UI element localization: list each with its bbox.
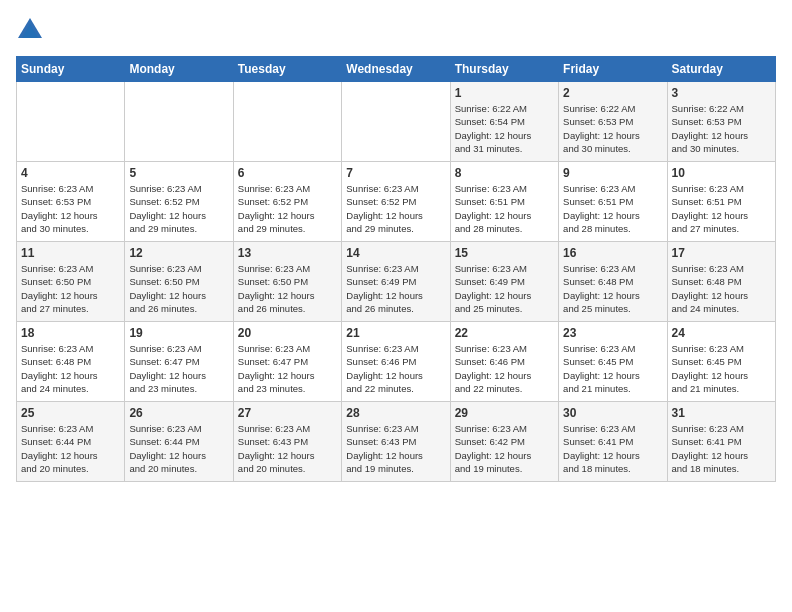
header-sunday: Sunday bbox=[17, 57, 125, 82]
day-info: Sunrise: 6:23 AMSunset: 6:41 PMDaylight:… bbox=[672, 422, 771, 475]
day-number: 20 bbox=[238, 326, 337, 340]
day-number: 14 bbox=[346, 246, 445, 260]
header-tuesday: Tuesday bbox=[233, 57, 341, 82]
day-info: Sunrise: 6:23 AMSunset: 6:49 PMDaylight:… bbox=[455, 262, 554, 315]
header-thursday: Thursday bbox=[450, 57, 558, 82]
day-number: 9 bbox=[563, 166, 662, 180]
day-info: Sunrise: 6:23 AMSunset: 6:42 PMDaylight:… bbox=[455, 422, 554, 475]
day-info: Sunrise: 6:23 AMSunset: 6:53 PMDaylight:… bbox=[21, 182, 120, 235]
week-row-5: 25Sunrise: 6:23 AMSunset: 6:44 PMDayligh… bbox=[17, 402, 776, 482]
calendar-cell-w1-d5: 1Sunrise: 6:22 AMSunset: 6:54 PMDaylight… bbox=[450, 82, 558, 162]
day-number: 11 bbox=[21, 246, 120, 260]
day-number: 25 bbox=[21, 406, 120, 420]
calendar-cell-w1-d3 bbox=[233, 82, 341, 162]
calendar-cell-w2-d3: 6Sunrise: 6:23 AMSunset: 6:52 PMDaylight… bbox=[233, 162, 341, 242]
calendar-cell-w2-d4: 7Sunrise: 6:23 AMSunset: 6:52 PMDaylight… bbox=[342, 162, 450, 242]
calendar-cell-w1-d6: 2Sunrise: 6:22 AMSunset: 6:53 PMDaylight… bbox=[559, 82, 667, 162]
day-info: Sunrise: 6:23 AMSunset: 6:47 PMDaylight:… bbox=[129, 342, 228, 395]
header-monday: Monday bbox=[125, 57, 233, 82]
day-info: Sunrise: 6:23 AMSunset: 6:52 PMDaylight:… bbox=[346, 182, 445, 235]
day-info: Sunrise: 6:23 AMSunset: 6:45 PMDaylight:… bbox=[672, 342, 771, 395]
day-info: Sunrise: 6:23 AMSunset: 6:44 PMDaylight:… bbox=[129, 422, 228, 475]
calendar-cell-w3-d5: 15Sunrise: 6:23 AMSunset: 6:49 PMDayligh… bbox=[450, 242, 558, 322]
day-info: Sunrise: 6:23 AMSunset: 6:50 PMDaylight:… bbox=[21, 262, 120, 315]
calendar-cell-w4-d5: 22Sunrise: 6:23 AMSunset: 6:46 PMDayligh… bbox=[450, 322, 558, 402]
week-row-4: 18Sunrise: 6:23 AMSunset: 6:48 PMDayligh… bbox=[17, 322, 776, 402]
day-number: 27 bbox=[238, 406, 337, 420]
calendar-cell-w4-d7: 24Sunrise: 6:23 AMSunset: 6:45 PMDayligh… bbox=[667, 322, 775, 402]
day-number: 13 bbox=[238, 246, 337, 260]
calendar-body: 1Sunrise: 6:22 AMSunset: 6:54 PMDaylight… bbox=[17, 82, 776, 482]
day-info: Sunrise: 6:23 AMSunset: 6:47 PMDaylight:… bbox=[238, 342, 337, 395]
day-info: Sunrise: 6:23 AMSunset: 6:52 PMDaylight:… bbox=[238, 182, 337, 235]
day-number: 6 bbox=[238, 166, 337, 180]
day-number: 2 bbox=[563, 86, 662, 100]
day-info: Sunrise: 6:23 AMSunset: 6:46 PMDaylight:… bbox=[346, 342, 445, 395]
header-saturday: Saturday bbox=[667, 57, 775, 82]
day-number: 4 bbox=[21, 166, 120, 180]
day-info: Sunrise: 6:23 AMSunset: 6:51 PMDaylight:… bbox=[563, 182, 662, 235]
day-info: Sunrise: 6:23 AMSunset: 6:49 PMDaylight:… bbox=[346, 262, 445, 315]
day-info: Sunrise: 6:23 AMSunset: 6:41 PMDaylight:… bbox=[563, 422, 662, 475]
calendar-header: SundayMondayTuesdayWednesdayThursdayFrid… bbox=[17, 57, 776, 82]
day-info: Sunrise: 6:23 AMSunset: 6:50 PMDaylight:… bbox=[238, 262, 337, 315]
day-number: 28 bbox=[346, 406, 445, 420]
calendar-cell-w2-d7: 10Sunrise: 6:23 AMSunset: 6:51 PMDayligh… bbox=[667, 162, 775, 242]
day-info: Sunrise: 6:23 AMSunset: 6:45 PMDaylight:… bbox=[563, 342, 662, 395]
day-info: Sunrise: 6:23 AMSunset: 6:51 PMDaylight:… bbox=[672, 182, 771, 235]
day-number: 26 bbox=[129, 406, 228, 420]
generalblue-logo-icon bbox=[16, 16, 44, 44]
calendar-cell-w5-d6: 30Sunrise: 6:23 AMSunset: 6:41 PMDayligh… bbox=[559, 402, 667, 482]
calendar-cell-w1-d1 bbox=[17, 82, 125, 162]
calendar-cell-w3-d4: 14Sunrise: 6:23 AMSunset: 6:49 PMDayligh… bbox=[342, 242, 450, 322]
day-number: 8 bbox=[455, 166, 554, 180]
week-row-1: 1Sunrise: 6:22 AMSunset: 6:54 PMDaylight… bbox=[17, 82, 776, 162]
day-info: Sunrise: 6:23 AMSunset: 6:43 PMDaylight:… bbox=[238, 422, 337, 475]
header-friday: Friday bbox=[559, 57, 667, 82]
week-row-3: 11Sunrise: 6:23 AMSunset: 6:50 PMDayligh… bbox=[17, 242, 776, 322]
day-number: 31 bbox=[672, 406, 771, 420]
calendar-cell-w3-d7: 17Sunrise: 6:23 AMSunset: 6:48 PMDayligh… bbox=[667, 242, 775, 322]
calendar-cell-w2-d2: 5Sunrise: 6:23 AMSunset: 6:52 PMDaylight… bbox=[125, 162, 233, 242]
calendar-cell-w5-d3: 27Sunrise: 6:23 AMSunset: 6:43 PMDayligh… bbox=[233, 402, 341, 482]
day-number: 1 bbox=[455, 86, 554, 100]
day-info: Sunrise: 6:23 AMSunset: 6:51 PMDaylight:… bbox=[455, 182, 554, 235]
calendar-cell-w5-d1: 25Sunrise: 6:23 AMSunset: 6:44 PMDayligh… bbox=[17, 402, 125, 482]
page-header bbox=[16, 16, 776, 44]
calendar-cell-w4-d4: 21Sunrise: 6:23 AMSunset: 6:46 PMDayligh… bbox=[342, 322, 450, 402]
day-info: Sunrise: 6:22 AMSunset: 6:53 PMDaylight:… bbox=[563, 102, 662, 155]
calendar-cell-w3-d6: 16Sunrise: 6:23 AMSunset: 6:48 PMDayligh… bbox=[559, 242, 667, 322]
header-wednesday: Wednesday bbox=[342, 57, 450, 82]
day-number: 5 bbox=[129, 166, 228, 180]
calendar-cell-w5-d2: 26Sunrise: 6:23 AMSunset: 6:44 PMDayligh… bbox=[125, 402, 233, 482]
calendar-cell-w1-d4 bbox=[342, 82, 450, 162]
day-info: Sunrise: 6:23 AMSunset: 6:43 PMDaylight:… bbox=[346, 422, 445, 475]
day-number: 17 bbox=[672, 246, 771, 260]
day-info: Sunrise: 6:23 AMSunset: 6:48 PMDaylight:… bbox=[672, 262, 771, 315]
calendar-cell-w3-d2: 12Sunrise: 6:23 AMSunset: 6:50 PMDayligh… bbox=[125, 242, 233, 322]
day-info: Sunrise: 6:23 AMSunset: 6:50 PMDaylight:… bbox=[129, 262, 228, 315]
calendar-cell-w4-d6: 23Sunrise: 6:23 AMSunset: 6:45 PMDayligh… bbox=[559, 322, 667, 402]
logo bbox=[16, 16, 46, 44]
calendar-cell-w5-d4: 28Sunrise: 6:23 AMSunset: 6:43 PMDayligh… bbox=[342, 402, 450, 482]
calendar-cell-w2-d1: 4Sunrise: 6:23 AMSunset: 6:53 PMDaylight… bbox=[17, 162, 125, 242]
day-info: Sunrise: 6:23 AMSunset: 6:48 PMDaylight:… bbox=[563, 262, 662, 315]
calendar-cell-w3-d3: 13Sunrise: 6:23 AMSunset: 6:50 PMDayligh… bbox=[233, 242, 341, 322]
calendar-cell-w5-d7: 31Sunrise: 6:23 AMSunset: 6:41 PMDayligh… bbox=[667, 402, 775, 482]
day-info: Sunrise: 6:22 AMSunset: 6:53 PMDaylight:… bbox=[672, 102, 771, 155]
day-number: 7 bbox=[346, 166, 445, 180]
day-number: 18 bbox=[21, 326, 120, 340]
day-number: 10 bbox=[672, 166, 771, 180]
day-number: 15 bbox=[455, 246, 554, 260]
calendar-cell-w2-d5: 8Sunrise: 6:23 AMSunset: 6:51 PMDaylight… bbox=[450, 162, 558, 242]
calendar-cell-w1-d7: 3Sunrise: 6:22 AMSunset: 6:53 PMDaylight… bbox=[667, 82, 775, 162]
day-number: 21 bbox=[346, 326, 445, 340]
day-number: 22 bbox=[455, 326, 554, 340]
header-row: SundayMondayTuesdayWednesdayThursdayFrid… bbox=[17, 57, 776, 82]
day-number: 23 bbox=[563, 326, 662, 340]
calendar-cell-w4-d3: 20Sunrise: 6:23 AMSunset: 6:47 PMDayligh… bbox=[233, 322, 341, 402]
day-number: 24 bbox=[672, 326, 771, 340]
day-number: 19 bbox=[129, 326, 228, 340]
calendar-cell-w1-d2 bbox=[125, 82, 233, 162]
calendar-cell-w4-d2: 19Sunrise: 6:23 AMSunset: 6:47 PMDayligh… bbox=[125, 322, 233, 402]
